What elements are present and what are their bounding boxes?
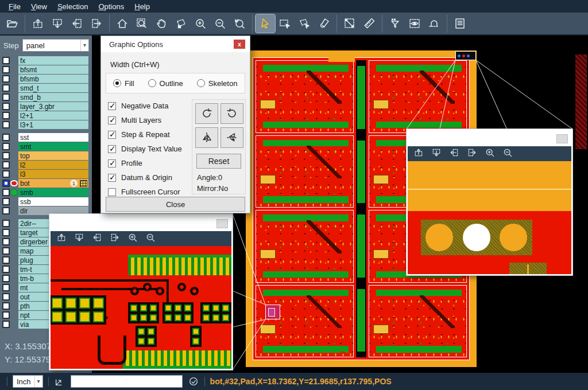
tool-cursor-select[interactable] — [256, 14, 275, 33]
step-dropdown[interactable]: panel ▾ — [22, 39, 89, 52]
layer-row-layer_3.gbr[interactable]: layer_3.gbr — [0, 102, 92, 111]
zoom-window-content[interactable] — [408, 161, 571, 274]
tool-ruler[interactable] — [359, 14, 379, 33]
tool-brush[interactable] — [314, 14, 334, 33]
checkbox-step-repeat[interactable]: Step & Repeat — [108, 130, 182, 139]
checkbox-fullscreen-cursor[interactable]: Fullscreen Cursor — [108, 188, 182, 196]
layer-visibility-checkbox[interactable] — [2, 170, 10, 178]
zoom-window-titlebar[interactable] — [408, 130, 571, 146]
layer-visibility-checkbox[interactable] — [2, 134, 10, 141]
tool-eye-view[interactable] — [405, 14, 424, 33]
menu-file[interactable]: File — [3, 2, 26, 11]
layer-row-bfsmt[interactable]: bfsmt — [0, 65, 92, 74]
tool-zoom-out[interactable] — [210, 14, 230, 33]
layer-visibility-checkbox[interactable] — [2, 180, 10, 187]
layer-visibility-checkbox[interactable] — [2, 103, 10, 110]
unit-dropdown[interactable]: Inch ▾ — [13, 375, 43, 388]
layer-visibility-checkbox[interactable] — [2, 321, 10, 328]
window-menu-button[interactable] — [556, 134, 568, 143]
close-icon[interactable]: x — [234, 40, 245, 49]
flip-h-button[interactable] — [195, 127, 218, 148]
zoom-window-titlebar[interactable] — [51, 215, 231, 231]
layer-visibility-checkbox[interactable] — [2, 266, 10, 273]
checkbox-datum-origin[interactable]: Datum & Origin — [108, 173, 182, 182]
layer-row-bfsmb[interactable]: bfsmb — [0, 75, 92, 83]
tool-rect-select[interactable] — [275, 14, 295, 33]
zoomtool-shift-right[interactable] — [110, 232, 120, 245]
tool-shift-left[interactable] — [67, 14, 87, 33]
zoomtool-shift-up[interactable] — [413, 147, 424, 160]
reset-button[interactable]: Reset — [196, 154, 241, 169]
layer-row-smd_b[interactable]: smd_b — [0, 93, 92, 102]
layer-visibility-checkbox[interactable] — [2, 143, 10, 150]
menu-options[interactable]: Options — [93, 2, 129, 11]
layer-row-top[interactable]: top — [0, 151, 92, 160]
zoom-window-right[interactable] — [407, 129, 572, 275]
rotate-ccw-button[interactable] — [220, 103, 243, 124]
menu-view[interactable]: View — [26, 2, 52, 11]
tool-home[interactable] — [113, 14, 132, 33]
tool-polygon-move[interactable] — [171, 14, 191, 33]
layer-visibility-checkbox[interactable] — [2, 57, 10, 64]
zoomtool-shift-up[interactable] — [56, 232, 67, 245]
layer-visibility-checkbox[interactable] — [2, 121, 10, 128]
tool-zoom-in[interactable] — [191, 14, 210, 33]
layer-row-smd_t[interactable]: smd_t — [0, 84, 92, 92]
layer-visibility-checkbox[interactable] — [2, 220, 10, 227]
layer-visibility-checkbox[interactable] — [2, 84, 10, 92]
zoomtool-zoom-in[interactable] — [485, 147, 495, 160]
layer-visibility-checkbox[interactable] — [2, 161, 10, 169]
tool-measure-line[interactable] — [340, 14, 359, 33]
layer-visibility-checkbox[interactable] — [2, 189, 10, 196]
layer-row-sst[interactable]: sst — [0, 133, 92, 142]
layer-visibility-checkbox[interactable] — [2, 238, 10, 245]
close-button[interactable]: Close — [106, 197, 245, 212]
tool-shift-right[interactable] — [87, 14, 106, 33]
tool-shift-down[interactable] — [48, 14, 67, 33]
layer-row-smb[interactable]: smb — [0, 188, 92, 197]
layer-visibility-checkbox[interactable] — [2, 284, 10, 291]
layer-visibility-checkbox[interactable] — [2, 198, 10, 205]
command-input[interactable] — [71, 375, 183, 388]
radio-skeleton[interactable]: Skeleton — [197, 79, 238, 88]
layer-row-ssb[interactable]: ssb — [0, 197, 92, 206]
rotate-cw-button[interactable] — [195, 103, 218, 124]
zoomtool-shift-left[interactable] — [449, 147, 459, 160]
zoom-window-content[interactable] — [51, 246, 231, 369]
layer-row-bot[interactable]: bot1 — [0, 179, 92, 188]
radio-outline[interactable]: Outline — [148, 79, 183, 88]
zoomtool-zoom-out[interactable] — [145, 232, 156, 245]
selected-pad-rect[interactable] — [265, 305, 280, 319]
radio-fill[interactable]: Fill — [113, 79, 134, 88]
layer-visibility-checkbox[interactable] — [2, 229, 10, 236]
zoom-window-left[interactable] — [49, 214, 233, 370]
layer-visibility-checkbox[interactable] — [2, 93, 10, 101]
zoomtool-zoom-in[interactable] — [127, 232, 138, 245]
tool-open-folder[interactable] — [2, 14, 22, 33]
layer-row-fx[interactable]: fx — [0, 56, 92, 65]
zoomtool-zoom-out[interactable] — [502, 147, 513, 160]
tool-filter[interactable] — [385, 14, 405, 33]
layer-visibility-checkbox[interactable] — [2, 207, 10, 214]
zoomtool-shift-down[interactable] — [74, 232, 84, 245]
zoomtool-shift-right[interactable] — [467, 147, 477, 160]
layer-row-l3[interactable]: l3 — [0, 170, 92, 178]
layer-visibility-checkbox[interactable] — [2, 247, 10, 255]
checkbox-multi-layers[interactable]: Multi Layers — [108, 116, 182, 124]
checkbox-negative-data[interactable]: Negative Data — [108, 102, 182, 110]
zoomtool-shift-left[interactable] — [92, 232, 102, 245]
menu-help[interactable]: Help — [129, 2, 155, 11]
layer-row-smt[interactable]: smt — [0, 142, 92, 151]
zoomtool-shift-down[interactable] — [431, 147, 442, 160]
layer-grid-icon[interactable] — [80, 180, 87, 187]
checkbox-profile[interactable]: Profile — [108, 159, 182, 167]
layer-visibility-checkbox[interactable] — [2, 75, 10, 83]
layer-row-l2+1[interactable]: l2+1 — [0, 111, 92, 120]
layer-visibility-checkbox[interactable] — [2, 293, 10, 301]
layer-row-l3+1[interactable]: l3+1 — [0, 120, 92, 129]
menu-selection[interactable]: Selection — [52, 2, 93, 11]
tool-zoom-prev[interactable] — [230, 14, 249, 33]
flip-v-button[interactable] — [220, 127, 243, 148]
tool-shift-up[interactable] — [28, 14, 48, 33]
layer-row-l2[interactable]: l2 — [0, 161, 92, 169]
